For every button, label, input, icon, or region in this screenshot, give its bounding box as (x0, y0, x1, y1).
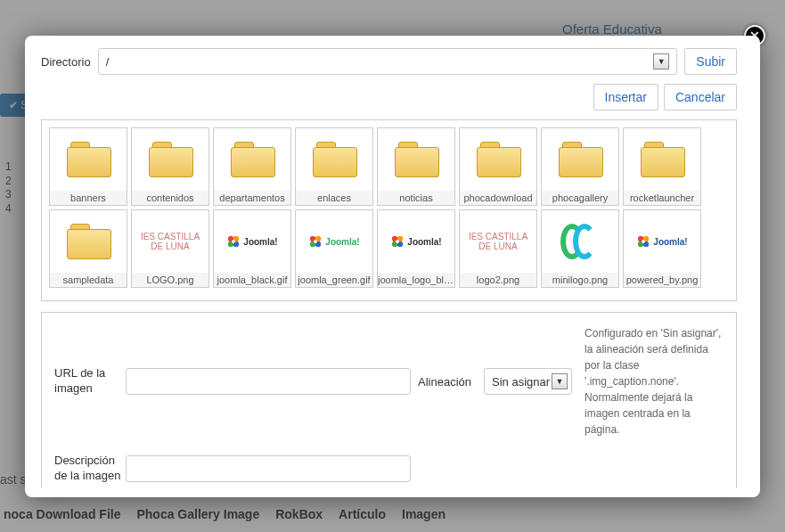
folder-icon (50, 210, 127, 273)
folder-item[interactable]: enlaces (295, 127, 373, 206)
file-item[interactable]: IES CASTILLA DE LUNALOGO.png (131, 209, 209, 288)
file-item[interactable]: IES CASTILLA DE LUNAlogo2.png (459, 209, 537, 288)
file-item[interactable]: Joomla!powered_by.png (623, 209, 701, 288)
file-label: LOGO.png (132, 273, 209, 287)
file-item[interactable]: Joomla!joomla_black.gif (213, 209, 291, 288)
folder-item[interactable]: sampledata (49, 209, 127, 288)
file-label: rocketlauncher (624, 191, 700, 205)
insert-button[interactable]: Insertar (593, 84, 658, 110)
folder-item[interactable]: phocagallery (541, 127, 619, 206)
modal-scroll[interactable]: Directorio / ▼ Subir Insertar Cancelar b… (41, 48, 744, 488)
folder-item[interactable]: banners (49, 127, 127, 206)
image-thumbnail: Joomla! (296, 210, 372, 273)
chevron-down-icon: ▼ (552, 373, 568, 389)
file-label: enlaces (296, 191, 372, 205)
file-browser-panel[interactable]: bannerscontenidosdepartamentosenlacesnot… (41, 119, 737, 301)
folder-icon (542, 128, 618, 191)
file-label: phocagallery (542, 191, 618, 205)
folder-icon (214, 128, 290, 191)
folder-item[interactable]: departamentos (213, 127, 291, 206)
url-label: URL de la imagen (54, 366, 126, 397)
image-thumbnail: Joomla! (214, 210, 290, 273)
folder-icon (378, 128, 454, 191)
file-item[interactable]: Joomla!joomla_green.gif (295, 209, 373, 288)
up-button[interactable]: Subir (684, 48, 737, 75)
file-label: contenidos (132, 191, 209, 205)
file-label: joomla_green.gif (296, 273, 372, 287)
file-label: powered_by.png (624, 273, 700, 287)
directory-label: Directorio (41, 55, 91, 69)
url-input[interactable] (126, 368, 411, 395)
image-thumbnail (542, 210, 618, 273)
file-label: minilogo.png (542, 273, 618, 287)
file-label: noticias (378, 191, 454, 205)
image-thumbnail: IES CASTILLA DE LUNA (132, 210, 209, 273)
cancel-button[interactable]: Cancelar (664, 84, 737, 110)
file-label: sampledata (50, 273, 127, 287)
folder-item[interactable]: phocadownload (459, 127, 537, 206)
file-label: banners (50, 191, 127, 205)
description-input[interactable] (126, 455, 411, 482)
image-thumbnail: Joomla! (378, 210, 454, 273)
chevron-down-icon: ▼ (653, 53, 669, 70)
file-item[interactable]: Joomla!joomla_logo_black.png (377, 209, 455, 288)
align-help-text: Configurado en 'Sin asignar', la alineac… (585, 325, 724, 438)
description-label: Descripción de la imagen (54, 454, 126, 484)
file-label: joomla_logo_black.png (378, 273, 454, 287)
file-label: phocadownload (460, 191, 536, 205)
folder-icon (624, 128, 700, 191)
image-properties-form: URL de la imagen Alineación Sin asignar … (41, 312, 737, 488)
align-label: Alineación (418, 375, 484, 389)
file-label: departamentos (214, 191, 290, 205)
folder-icon (460, 128, 536, 191)
image-thumbnail: IES CASTILLA DE LUNA (460, 210, 536, 273)
file-item[interactable]: minilogo.png (541, 209, 619, 288)
directory-select[interactable]: / ▼ (98, 48, 678, 75)
folder-item[interactable]: noticias (377, 127, 455, 206)
image-manager-modal: Directorio / ▼ Subir Insertar Cancelar b… (25, 36, 760, 497)
file-label: logo2.png (460, 273, 536, 287)
folder-icon (296, 128, 372, 191)
folder-item[interactable]: rocketlauncher (623, 127, 701, 206)
directory-value: / (106, 55, 110, 69)
folder-icon (132, 128, 209, 191)
align-select[interactable]: Sin asignar ▼ (484, 368, 572, 395)
folder-icon (50, 128, 127, 191)
folder-item[interactable]: contenidos (131, 127, 209, 206)
image-thumbnail: Joomla! (624, 210, 700, 273)
file-label: joomla_black.gif (214, 273, 290, 287)
